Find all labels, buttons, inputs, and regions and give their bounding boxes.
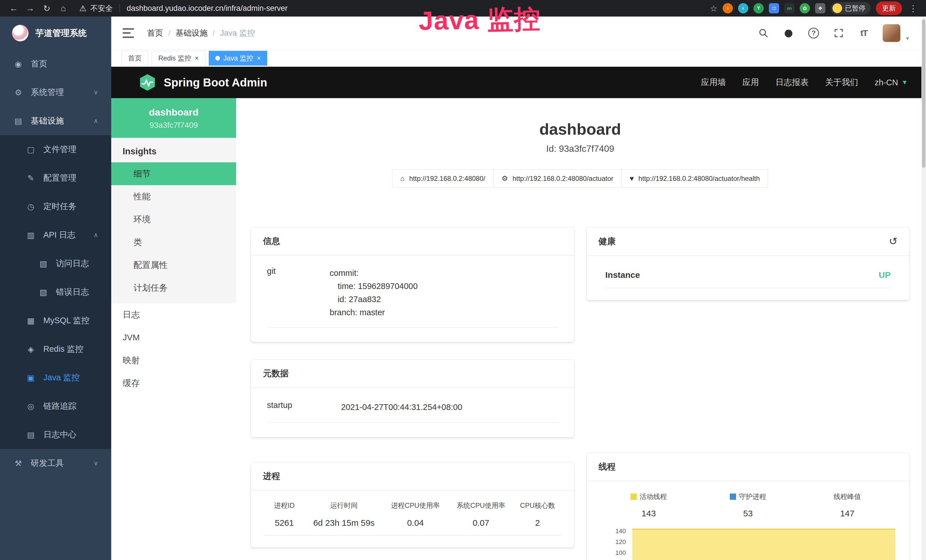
sba-item-jvm[interactable]: JVM — [111, 326, 236, 349]
chevron-up-icon: ∧ — [94, 232, 98, 239]
app-logo[interactable]: 芋道管理系统 — [0, 17, 111, 50]
sba-nav-about[interactable]: 关于我们 — [825, 77, 858, 88]
sba-nav-wallboard[interactable]: 应用墙 — [701, 77, 726, 88]
heart-icon: ♥ — [630, 174, 634, 183]
extension-icon[interactable]: ✿ — [800, 3, 810, 14]
startup-value: 2021-04-27T00:44:31.254+08:00 — [341, 401, 462, 414]
profile-paused-badge[interactable]: 已暂停 — [831, 2, 871, 15]
search-icon[interactable] — [757, 27, 770, 39]
sidebar-item-java-monitor[interactable]: ▣ Java 监控 — [0, 363, 111, 392]
java-monitor-icon: ▣ — [26, 373, 36, 383]
sba-item-caches[interactable]: 缓存 — [111, 372, 236, 395]
fullscreen-icon[interactable] — [832, 27, 845, 39]
extension-icon[interactable]: Y — [754, 3, 764, 14]
health-url-link[interactable]: ♥ http://192.168.0.2:48080/actuator/heal… — [622, 170, 768, 188]
close-icon[interactable]: × — [195, 54, 199, 62]
history-icon[interactable]: ↺ — [889, 235, 897, 247]
address-bar[interactable]: ⚠ 不安全 dashboard.yudao.iocoder.cn/infra/a… — [79, 3, 707, 14]
extension-icon[interactable]: ◖ — [723, 3, 733, 14]
sba-item-logfile[interactable]: 日志 — [111, 303, 236, 326]
sba-item-metrics[interactable]: 性能 — [111, 185, 236, 208]
breadcrumb-current: Java 监控 — [220, 28, 255, 38]
help-icon[interactable]: ? — [807, 27, 820, 39]
breadcrumb-home[interactable]: 首页 — [147, 28, 163, 38]
reload-icon[interactable]: ↻ — [40, 2, 54, 15]
back-icon[interactable]: ← — [7, 2, 21, 15]
active-tab-dot — [215, 56, 220, 61]
chrome-menu-icon[interactable]: ⋮ — [907, 3, 919, 14]
spring-boot-admin-frame: Spring Boot Admin 应用墙 应用 日志报表 关于我们 zh-CN… — [111, 67, 926, 560]
extension-icon[interactable]: ❖ — [815, 3, 825, 14]
process-stat: 进程CPU使用率 0.04 — [383, 501, 448, 536]
access-log-icon: ▧ — [38, 259, 48, 268]
sidebar-item-system-management[interactable]: ⚙ 系统管理 ∨ — [0, 78, 111, 107]
sba-locale-select[interactable]: zh-CN ▼ — [875, 78, 908, 87]
sidebar-item-redis-monitor[interactable]: ◈ Redis 监控 — [0, 335, 111, 363]
instance-header[interactable]: dashboard 93a3fc7f7409 — [111, 98, 236, 138]
app-title: 芋道管理系统 — [35, 27, 87, 39]
url-text[interactable]: dashboard.yudao.iocoder.cn/infra/admin-s… — [127, 4, 287, 13]
health-instance-row[interactable]: Instance UP — [605, 270, 891, 288]
sba-sidebar: dashboard 93a3fc7f7409 Insights 细节 性能 环境… — [111, 98, 236, 560]
sidebar-item-error-logs[interactable]: ▧ 错误日志 — [0, 278, 111, 306]
sidebar-item-file-management[interactable]: ▢ 文件管理 — [0, 135, 111, 164]
sba-item-configprops[interactable]: 配置属性 — [111, 254, 236, 277]
insights-section: Insights 细节 性能 环境 类 配置属性 计划任务 — [111, 138, 236, 303]
not-secure-label: 不安全 — [91, 3, 113, 14]
extension-icon[interactable]: on — [784, 3, 794, 14]
sidebar-item-access-logs[interactable]: ▧ 访问日志 — [0, 249, 111, 278]
home-icon[interactable]: ⌂ — [56, 2, 70, 15]
extension-icon[interactable]: ∷ — [769, 3, 779, 14]
admin-sidebar: 芋道管理系统 ◉ 首页 ⚙ 系统管理 ∨ ▤ 基础设施 ∧ ▢ 文件管理 — [0, 17, 111, 560]
sba-nav: 应用墙 应用 日志报表 关于我们 zh-CN ▼ — [701, 77, 908, 88]
avatar-caret-icon: ▼ — [905, 36, 910, 42]
chrome-update-button[interactable]: 更新 — [876, 2, 902, 15]
error-log-icon: ▧ — [38, 288, 48, 297]
sidebar-item-config-management[interactable]: ✎ 配置管理 — [0, 164, 111, 192]
topbar-actions: ? tT ▼ — [757, 24, 910, 42]
api-log-icon: ▥ — [26, 230, 36, 240]
live-threads-area — [632, 529, 896, 560]
sba-brand[interactable]: Spring Boot Admin — [139, 74, 267, 91]
sidebar-item-trace[interactable]: ◎ 链路追踪 — [0, 392, 111, 421]
process-card-title: 进程 — [263, 471, 280, 482]
sba-item-scheduled-tasks[interactable]: 计划任务 — [111, 277, 236, 299]
github-icon[interactable] — [782, 27, 795, 39]
sidebar-item-scheduled-jobs[interactable]: ◷ 定时任务 — [0, 192, 111, 221]
sba-nav-applications[interactable]: 应用 — [742, 77, 759, 88]
sidebar-item-dev-tools[interactable]: ⚒ 研发工具 ∨ — [0, 449, 111, 478]
service-url-link[interactable]: ⌂ http://192.168.0.2:48080/ — [392, 170, 494, 188]
sba-item-classes[interactable]: 类 — [111, 231, 236, 254]
sidebar-item-api-logs[interactable]: ▥ API 日志 ∧ — [0, 221, 111, 249]
sidebar-item-mysql-monitor[interactable]: ▦ MySQL 监控 — [0, 306, 111, 335]
threads-chart-plot — [631, 526, 897, 560]
close-icon[interactable]: × — [257, 54, 261, 62]
sidebar-item-infrastructure[interactable]: ▤ 基础设施 ∧ — [0, 107, 111, 135]
sba-nav-journal[interactable]: 日志报表 — [775, 77, 808, 88]
sba-navbar: Spring Boot Admin 应用墙 应用 日志报表 关于我们 zh-CN… — [111, 67, 926, 98]
scrollbar-thumb[interactable] — [922, 20, 925, 168]
forward-icon[interactable]: → — [23, 2, 37, 15]
sba-item-mappings[interactable]: 映射 — [111, 349, 236, 372]
sidebar-item-home[interactable]: ◉ 首页 — [0, 50, 111, 78]
legend-peak-threads: 线程峰值 147 — [798, 492, 897, 518]
extension-icon[interactable]: ◗ — [738, 3, 748, 14]
infrastructure-icon: ▤ — [13, 117, 23, 126]
scrollbar[interactable] — [921, 17, 926, 560]
log-center-icon: ▤ — [26, 430, 36, 440]
bookmark-star-icon[interactable]: ☆ — [710, 3, 717, 14]
health-card: 健康 ↺ Instance UP — [587, 227, 910, 300]
tab-java-monitor[interactable]: Java 监控 × — [209, 51, 267, 66]
sidebar-toggle-icon[interactable] — [123, 28, 134, 38]
info-card-title: 信息 — [263, 235, 280, 247]
tab-redis-monitor[interactable]: Redis 监控 × — [152, 51, 205, 66]
font-size-icon[interactable]: tT — [858, 27, 870, 39]
sidebar-item-log-center[interactable]: ▤ 日志中心 — [0, 421, 111, 449]
sba-item-details[interactable]: 细节 — [111, 162, 236, 185]
tab-home[interactable]: 首页 — [121, 51, 148, 66]
actuator-url-link[interactable]: ⚙ http://192.168.0.2:48080/actuator — [493, 170, 622, 188]
user-avatar[interactable] — [883, 24, 900, 42]
breadcrumb-infrastructure[interactable]: 基础设施 — [176, 28, 207, 38]
process-stats: 进程ID 5261 运行时间 6d 23h 15m 59s 进程CPU使用率 — [251, 491, 574, 548]
sba-item-environment[interactable]: 环境 — [111, 208, 236, 231]
